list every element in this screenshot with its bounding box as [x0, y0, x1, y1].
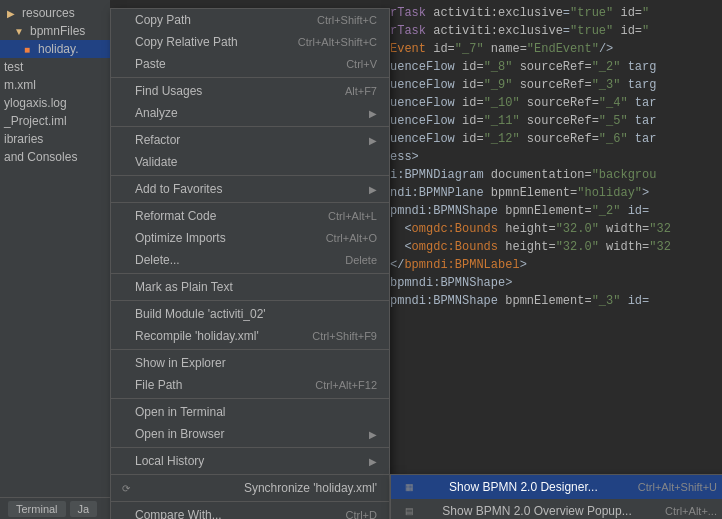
bpmn-icon: ▦: [401, 479, 417, 495]
menu-local-history[interactable]: Local History ▶: [111, 450, 389, 472]
menu-build-module[interactable]: Build Module 'activiti_02': [111, 303, 389, 325]
menu-copy-relative-path[interactable]: Copy Relative Path Ctrl+Alt+Shift+C: [111, 31, 389, 53]
menu-separator-8: [111, 398, 389, 399]
menu-synchronize[interactable]: ⟳ Synchronize 'holiday.xml': [111, 477, 389, 499]
menu-refactor[interactable]: Refactor ▶: [111, 129, 389, 151]
menu-separator-7: [111, 349, 389, 350]
submenu-arrow-3: ▶: [369, 184, 377, 195]
submenu-arrow-4: ▶: [369, 429, 377, 440]
sync-icon: ⟳: [119, 481, 133, 495]
menu-separator-9: [111, 447, 389, 448]
menu-separator-4: [111, 202, 389, 203]
menu-delete[interactable]: Delete... Delete: [111, 249, 389, 271]
menu-compare-with[interactable]: Compare With... Ctrl+D: [111, 504, 389, 519]
menu-separator-10: [111, 474, 389, 475]
submenu-arrow-2: ▶: [369, 135, 377, 146]
bpmn-overview-icon: ▤: [401, 503, 417, 519]
diagrams-submenu[interactable]: ▦ Show BPMN 2.0 Designer... Ctrl+Alt+Shi…: [390, 474, 722, 519]
menu-reformat-code[interactable]: Reformat Code Ctrl+Alt+L: [111, 205, 389, 227]
submenu-show-bpmn-overview[interactable]: ▤ Show BPMN 2.0 Overview Popup... Ctrl+A…: [391, 499, 722, 519]
menu-mark-plain-text[interactable]: Mark as Plain Text: [111, 276, 389, 298]
menu-show-explorer[interactable]: Show in Explorer: [111, 352, 389, 374]
menu-add-favorites[interactable]: Add to Favorites ▶: [111, 178, 389, 200]
menu-separator-1: [111, 77, 389, 78]
menu-paste[interactable]: Paste Ctrl+V: [111, 53, 389, 75]
context-menu[interactable]: Copy Path Ctrl+Shift+C Copy Relative Pat…: [110, 8, 390, 519]
menu-separator-5: [111, 273, 389, 274]
menu-copy-path[interactable]: Copy Path Ctrl+Shift+C: [111, 9, 389, 31]
menu-separator-11: [111, 501, 389, 502]
submenu-arrow: ▶: [369, 108, 377, 119]
menu-file-path[interactable]: File Path Ctrl+Alt+F12: [111, 374, 389, 396]
menu-validate[interactable]: Validate: [111, 151, 389, 173]
menu-open-terminal[interactable]: Open in Terminal: [111, 401, 389, 423]
menu-recompile[interactable]: Recompile 'holiday.xml' Ctrl+Shift+F9: [111, 325, 389, 347]
menu-find-usages[interactable]: Find Usages Alt+F7: [111, 80, 389, 102]
menu-optimize-imports[interactable]: Optimize Imports Ctrl+Alt+O: [111, 227, 389, 249]
context-menu-overlay: Copy Path Ctrl+Shift+C Copy Relative Pat…: [0, 0, 722, 519]
menu-separator-2: [111, 126, 389, 127]
menu-open-browser[interactable]: Open in Browser ▶: [111, 423, 389, 445]
menu-separator-3: [111, 175, 389, 176]
submenu-show-bpmn-designer[interactable]: ▦ Show BPMN 2.0 Designer... Ctrl+Alt+Shi…: [391, 475, 722, 499]
submenu-arrow-5: ▶: [369, 456, 377, 467]
menu-analyze[interactable]: Analyze ▶: [111, 102, 389, 124]
menu-separator-6: [111, 300, 389, 301]
